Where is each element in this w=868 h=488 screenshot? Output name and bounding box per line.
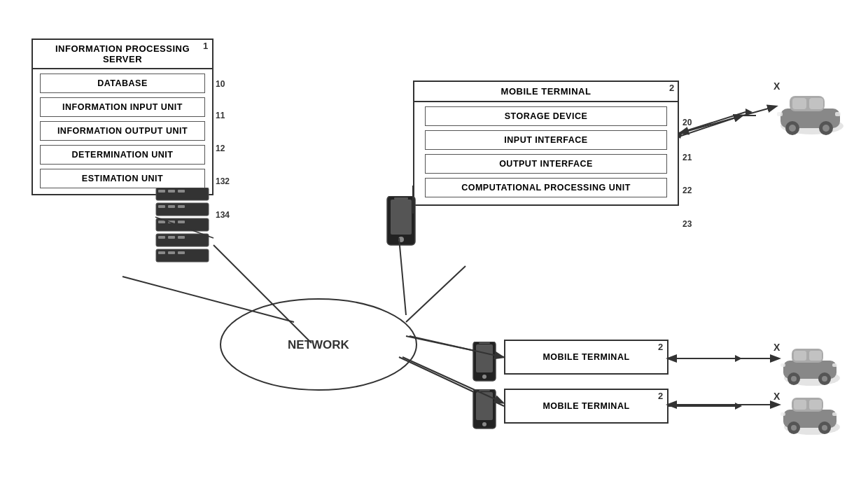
server-item-estimation: ESTIMATION UNIT	[40, 169, 205, 188]
svg-rect-19	[158, 190, 165, 193]
label-21: 21	[682, 153, 692, 162]
label-mobile-bot-2: 2	[658, 391, 663, 401]
label-x-mid: X	[774, 342, 780, 353]
svg-point-57	[482, 375, 486, 379]
mobile-item-comp: COMPUTATIONAL PROCESSING UNIT	[425, 178, 667, 197]
svg-rect-37	[178, 251, 185, 254]
label-23: 23	[682, 219, 692, 229]
svg-rect-30	[156, 234, 209, 246]
svg-rect-62	[794, 351, 806, 361]
svg-rect-28	[168, 221, 175, 223]
network-ellipse: NETWORK	[217, 294, 420, 396]
mobile-title-top: MOBILE TERMINAL	[414, 82, 678, 102]
svg-rect-78	[809, 400, 822, 410]
svg-rect-45	[792, 98, 806, 109]
svg-point-67	[822, 376, 827, 382]
svg-point-72	[482, 422, 486, 426]
svg-rect-27	[158, 221, 165, 223]
svg-point-65	[791, 376, 797, 382]
svg-point-80	[791, 425, 797, 431]
svg-rect-83	[832, 412, 837, 416]
mobile-title-bot: MOBILE TERMINAL	[505, 397, 667, 415]
svg-rect-32	[168, 236, 175, 239]
svg-rect-31	[158, 236, 165, 239]
label-132: 132	[216, 176, 230, 186]
server-item-info-output: INFORMATION OUTPUT UNIT	[40, 121, 205, 141]
car-icon-bot	[780, 391, 844, 436]
svg-rect-52	[777, 112, 783, 116]
svg-rect-20	[168, 190, 175, 193]
label-server: 1	[203, 41, 208, 51]
server-title: INFORMATION PROCESSING SERVER	[33, 40, 212, 69]
phone-icon-top	[384, 196, 422, 259]
svg-rect-69	[780, 363, 785, 367]
svg-rect-56	[476, 344, 493, 372]
diagram: INFORMATION PROCESSING SERVER DATABASE I…	[0, 0, 868, 488]
label-12: 12	[216, 144, 225, 153]
label-mobile-mid-2: 2	[658, 342, 663, 352]
svg-rect-35	[158, 251, 165, 254]
mobile-terminal-bot: MOBILE TERMINAL	[504, 389, 668, 424]
svg-rect-68	[832, 363, 837, 367]
mobile-item-input-if: INPUT INTERFACE	[425, 130, 667, 150]
svg-rect-39	[391, 200, 412, 235]
mobile-item-storage: STORAGE DEVICE	[425, 106, 667, 126]
server-item-determination: DETERMINATION UNIT	[40, 145, 205, 165]
svg-rect-29	[178, 221, 185, 223]
mobile-terminal-top: MOBILE TERMINAL STORAGE DEVICE INPUT INT…	[413, 81, 679, 206]
svg-marker-13	[735, 355, 742, 362]
svg-rect-84	[780, 412, 785, 416]
label-11: 11	[216, 111, 225, 120]
svg-rect-41	[394, 197, 408, 200]
svg-rect-33	[178, 236, 185, 239]
svg-rect-73	[479, 390, 490, 391]
svg-rect-26	[156, 218, 209, 231]
svg-rect-77	[794, 400, 806, 410]
svg-rect-36	[168, 251, 175, 254]
phone-icon-bot	[471, 389, 503, 440]
svg-point-82	[822, 425, 827, 431]
label-10: 10	[216, 79, 225, 89]
server-item-database: DATABASE	[40, 74, 205, 93]
server-box: INFORMATION PROCESSING SERVER DATABASE I…	[31, 39, 214, 195]
svg-marker-10	[746, 109, 752, 116]
svg-rect-58	[479, 342, 490, 344]
svg-rect-46	[809, 98, 823, 109]
server-item-info-input: INFORMATION INPUT UNIT	[40, 97, 205, 117]
label-mobile-top-2: 2	[669, 83, 674, 93]
svg-rect-63	[809, 351, 822, 361]
mobile-terminal-mid: MOBILE TERMINAL	[504, 340, 668, 375]
car-icon-top	[777, 88, 847, 137]
svg-rect-22	[156, 203, 209, 216]
mobile-title-mid: MOBILE TERMINAL	[505, 348, 667, 366]
phone-icon-mid	[471, 342, 503, 392]
svg-rect-21	[178, 190, 185, 193]
label-134: 134	[216, 210, 230, 220]
svg-rect-51	[835, 112, 841, 116]
svg-text:NETWORK: NETWORK	[288, 338, 350, 351]
svg-rect-18	[156, 188, 209, 200]
db-server-icon	[153, 188, 216, 279]
svg-marker-16	[735, 403, 742, 410]
svg-point-50	[822, 125, 830, 132]
svg-point-48	[789, 125, 796, 132]
svg-rect-24	[168, 205, 175, 208]
svg-rect-34	[156, 249, 209, 262]
mobile-item-output-if: OUTPUT INTERFACE	[425, 154, 667, 174]
svg-rect-23	[158, 205, 165, 208]
svg-point-40	[398, 237, 404, 242]
svg-rect-71	[476, 392, 493, 420]
svg-rect-25	[178, 205, 185, 208]
label-22: 22	[682, 186, 692, 195]
label-x-bot: X	[774, 391, 780, 402]
svg-line-93	[680, 106, 776, 133]
car-icon-mid	[780, 342, 844, 387]
label-20: 20	[682, 118, 692, 127]
